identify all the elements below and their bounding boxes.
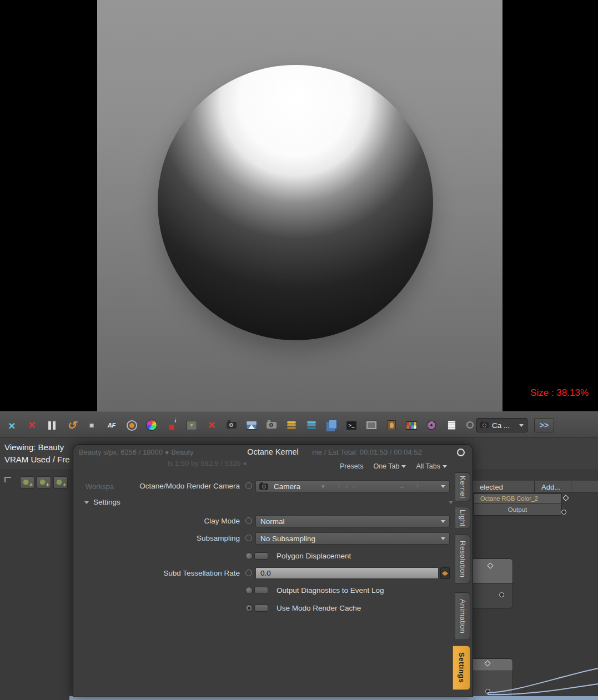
selected-tab-label: elected bbox=[480, 483, 503, 491]
channel-dot[interactable] bbox=[245, 570, 252, 576]
chevron-down-icon bbox=[449, 501, 453, 504]
render-image[interactable] bbox=[97, 0, 502, 411]
tab-resolution[interactable]: Resolution bbox=[455, 535, 470, 583]
toolbar-icon-strip: ××↺■AFi▼×>_ bbox=[3, 417, 460, 434]
divider bbox=[571, 481, 571, 492]
layers-blue-icon[interactable] bbox=[303, 417, 320, 434]
node-input-circle[interactable] bbox=[561, 510, 566, 515]
presets-button[interactable]: Presets bbox=[340, 462, 363, 470]
polygon-displacement-toggle[interactable] bbox=[245, 552, 268, 560]
camera-combo[interactable]: Camera ▾ ▫ ▫ ▫ ← ↑ bbox=[255, 480, 450, 492]
disabled-up-arrow-icon: ↑ bbox=[416, 483, 419, 490]
fit-view-icon[interactable]: × bbox=[3, 417, 20, 434]
subd-rate-value: 0.0 bbox=[256, 569, 271, 577]
channel-dot[interactable] bbox=[245, 535, 252, 541]
subd-rate-input[interactable]: 0.0 bbox=[255, 567, 439, 579]
dialog-title[interactable]: Octane Kernel bbox=[73, 447, 473, 456]
restart-render-icon[interactable]: ↺ bbox=[63, 417, 80, 434]
clear-film-icon[interactable]: × bbox=[203, 417, 220, 434]
image-viewer-icon[interactable] bbox=[243, 417, 260, 434]
rgb-color-node-title[interactable]: Octane RGB Color_2 bbox=[473, 493, 562, 503]
channel-dot[interactable] bbox=[245, 482, 252, 489]
portrait-image-icon[interactable] bbox=[383, 417, 400, 434]
event-log-icon[interactable] bbox=[443, 417, 460, 434]
gear-icon bbox=[39, 479, 46, 485]
disabled-grid-icons: ▫ ▫ ▫ bbox=[338, 483, 356, 490]
autofocus-icon[interactable]: AF bbox=[103, 417, 120, 434]
layers-gold-icon[interactable] bbox=[283, 417, 300, 434]
diagnostics-toggle[interactable] bbox=[245, 586, 268, 595]
settings-section-header[interactable]: Settings bbox=[84, 498, 461, 508]
node-output-diamond[interactable] bbox=[562, 495, 569, 501]
ghost-render-stats2: ls 1:50 by 582:9 / 5335 ● bbox=[168, 459, 247, 467]
diagnostics-label: Output Diagnostics to Event Log bbox=[277, 586, 384, 595]
one-tab-label: One Tab bbox=[373, 462, 399, 470]
gear-icon bbox=[56, 479, 62, 485]
add-button[interactable]: Add... bbox=[541, 483, 560, 491]
all-tabs-label: All Tabs bbox=[416, 462, 440, 470]
polygon-displacement-row: Polygon Displacement bbox=[73, 550, 450, 562]
clay-mode-value: Normal bbox=[256, 517, 285, 526]
tab-settings[interactable]: Settings bbox=[453, 646, 470, 690]
rendered-sphere bbox=[158, 65, 433, 340]
tab-animation[interactable]: Animation bbox=[455, 592, 470, 640]
camera-icon bbox=[480, 422, 489, 428]
one-tab-dropdown[interactable]: One Tab bbox=[373, 462, 406, 470]
color-wheel-icon[interactable] bbox=[143, 417, 160, 434]
tab-kernel[interactable]: Kernel bbox=[455, 472, 470, 501]
add-channel-button[interactable]: + bbox=[37, 476, 51, 489]
octane-kernel-dialog: Beauty s/px: 6256 / 18000 ● Beauty me / … bbox=[73, 444, 473, 697]
console-icon[interactable]: >_ bbox=[343, 417, 360, 434]
chevron-down-icon bbox=[401, 465, 406, 468]
render-region-icon[interactable]: ▼ bbox=[183, 417, 200, 434]
focus-picker-icon[interactable] bbox=[123, 417, 140, 434]
subsampling-dropdown[interactable]: No Subsampling bbox=[255, 532, 450, 545]
tab-light[interactable]: Light bbox=[455, 507, 470, 529]
clay-mode-label: Clay Mode bbox=[73, 517, 240, 525]
color-checker-icon[interactable] bbox=[403, 417, 420, 434]
clear-render-icon[interactable]: × bbox=[23, 417, 40, 434]
snapshot-icon[interactable] bbox=[263, 417, 280, 434]
copy-passes-icon[interactable] bbox=[323, 417, 340, 434]
toolbar-overflow-button[interactable]: >> bbox=[534, 418, 554, 432]
subd-rate-mini-slider[interactable] bbox=[440, 567, 450, 579]
gear-icon bbox=[23, 479, 29, 485]
node-input-circle[interactable] bbox=[499, 592, 504, 597]
all-tabs-dropdown[interactable]: All Tabs bbox=[416, 462, 447, 470]
render-status-ring-icon[interactable] bbox=[466, 421, 474, 429]
section-collapse-icon bbox=[84, 501, 89, 504]
pause-render-icon[interactable] bbox=[43, 417, 60, 434]
stop-render-icon[interactable]: ■ bbox=[83, 417, 100, 434]
film-reel-icon[interactable] bbox=[423, 417, 440, 434]
camera-value: Camera bbox=[269, 482, 300, 491]
clay-mode-row: Clay Mode Normal bbox=[73, 515, 450, 527]
viewport-corner-handle[interactable] bbox=[4, 477, 11, 482]
octane-render-window: Size : 38.13% ××↺■AFi▼×>_ Ca ... >> View… bbox=[0, 0, 598, 700]
camera-picker-icon[interactable] bbox=[223, 417, 240, 434]
subsampling-label: Subsampling bbox=[73, 534, 240, 542]
render-cache-toggle[interactable] bbox=[245, 604, 268, 612]
chevron-down-icon bbox=[519, 424, 524, 427]
camera-row: Octane/Modo Render Camera Camera ▾ ▫ ▫ ▫… bbox=[73, 480, 450, 492]
schematic-header: elected Add... bbox=[473, 481, 598, 493]
vram-status: VRAM Used / Fre bbox=[4, 455, 70, 464]
clay-mode-dropdown[interactable]: Normal bbox=[255, 515, 450, 527]
pixel-info-icon[interactable]: i bbox=[163, 417, 180, 434]
dialog-pin-button[interactable] bbox=[457, 449, 465, 456]
divider bbox=[534, 481, 535, 492]
subsampling-value: No Subsampling bbox=[256, 535, 315, 543]
partial-node[interactable] bbox=[469, 558, 513, 584]
subd-rate-label: Subd Tessellation Rate bbox=[73, 569, 240, 577]
channel-dot[interactable] bbox=[245, 517, 252, 524]
disabled-caret-icon: ▾ bbox=[321, 483, 325, 490]
section-label: Settings bbox=[93, 498, 120, 506]
camera-select[interactable]: Ca ... bbox=[476, 418, 527, 432]
camera-row-label: Octane/Modo Render Camera bbox=[73, 482, 240, 490]
add-node-button[interactable]: + bbox=[20, 476, 34, 489]
add-link-button[interactable]: + bbox=[53, 476, 68, 489]
partial-node-body[interactable] bbox=[469, 583, 513, 608]
framebuffer-icon[interactable] bbox=[363, 417, 380, 434]
render-cache-label: Use Modo Render Cache bbox=[277, 604, 361, 612]
chevron-down-icon bbox=[441, 520, 445, 523]
rgb-color-node-output[interactable]: Output bbox=[473, 503, 562, 516]
